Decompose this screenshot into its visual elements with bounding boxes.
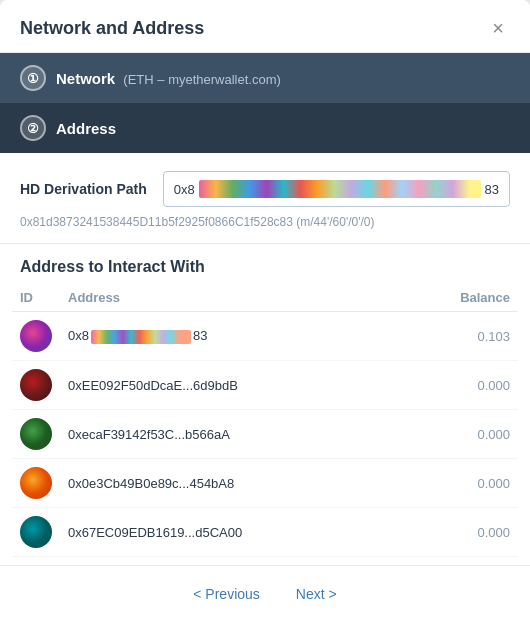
address-table-wrap: ID Address Balance: [0, 284, 530, 557]
addr-prefix: 0x883: [68, 328, 207, 344]
row-address-cell: 0xEE092F50dDcaE...6d9bdB: [60, 361, 400, 410]
table-row[interactable]: 0x883 0.103: [12, 312, 518, 361]
network-section-bar: ① Network (ETH – myetherwallet.com): [0, 53, 530, 103]
table-row[interactable]: 0xecaF39142f53C...b566aA 0.000: [12, 410, 518, 459]
hd-input-wrap[interactable]: 0x8 83: [163, 171, 510, 207]
col-header-address: Address: [60, 284, 400, 312]
avatar-inner: [20, 516, 52, 548]
address-section-number: ②: [20, 115, 46, 141]
hd-input[interactable]: 0x8 83: [163, 171, 510, 207]
avatar: [20, 369, 52, 401]
row-balance-cell: 0.000: [400, 410, 518, 459]
hd-path-row: HD Derivation Path 0x8 83: [0, 153, 530, 211]
network-section-number: ①: [20, 65, 46, 91]
table-header-row: ID Address Balance: [12, 284, 518, 312]
row-balance-cell: 0.000: [400, 508, 518, 557]
row-address-cell: 0x67EC09EDB1619...d5CA00: [60, 508, 400, 557]
address-section-bar: ② Address: [0, 103, 530, 153]
row-balance-cell: 0.103: [400, 312, 518, 361]
addr-text: 0xEE092F50dDcaE...6d9bdB: [68, 378, 238, 393]
network-label-text: Network: [56, 70, 115, 87]
row-id-cell: [12, 459, 60, 508]
col-header-id: ID: [12, 284, 60, 312]
avatar: [20, 467, 52, 499]
row-id-cell: [12, 312, 60, 361]
row-id-cell: [12, 508, 60, 557]
row-balance-cell: 0.000: [400, 459, 518, 508]
avatar: [20, 320, 52, 352]
addr-text: 0x67EC09EDB1619...d5CA00: [68, 525, 242, 540]
hd-input-prefix: 0x8: [174, 182, 195, 197]
previous-button[interactable]: < Previous: [179, 580, 274, 608]
avatar: [20, 516, 52, 548]
network-label-sub: (ETH – myetherwallet.com): [123, 72, 280, 87]
avatar-inner: [20, 369, 52, 401]
table-row[interactable]: 0x67EC09EDB1619...d5CA00 0.000: [12, 508, 518, 557]
close-button[interactable]: ×: [486, 16, 510, 40]
address-table: ID Address Balance: [12, 284, 518, 557]
row-id-cell: [12, 361, 60, 410]
col-header-balance: Balance: [400, 284, 518, 312]
avatar: [20, 418, 52, 450]
row-address-cell: 0x883: [60, 312, 400, 361]
modal-container: Network and Address × ① Network (ETH – m…: [0, 0, 530, 618]
hd-path-full-value: 0x81d3873241538445D11b5f2925f0866C1f528c…: [0, 211, 530, 239]
avatar-inner: [20, 418, 52, 450]
address-section-label: Address: [56, 120, 116, 137]
addr-text: 0x0e3Cb49B0e89c...454bA8: [68, 476, 234, 491]
network-section-label: Network (ETH – myetherwallet.com): [56, 70, 281, 87]
address-interact-title: Address to Interact With: [0, 244, 530, 284]
row-balance-cell: 0.000: [400, 361, 518, 410]
addr-pixelated: [91, 330, 191, 344]
table-row[interactable]: 0xEE092F50dDcaE...6d9bdB 0.000: [12, 361, 518, 410]
row-address-cell: 0x0e3Cb49B0e89c...454bA8: [60, 459, 400, 508]
avatar-inner: [20, 467, 52, 499]
hd-pixelated-value: [199, 180, 481, 198]
row-address-cell: 0xecaF39142f53C...b566aA: [60, 410, 400, 459]
avatar-inner: [20, 320, 52, 352]
row-id-cell: [12, 410, 60, 459]
addr-cell: 0x883: [68, 328, 392, 344]
table-row[interactable]: 0x0e3Cb49B0e89c...454bA8 0.000: [12, 459, 518, 508]
modal-title: Network and Address: [20, 18, 204, 39]
next-button[interactable]: Next >: [282, 580, 351, 608]
modal-header: Network and Address ×: [0, 0, 530, 53]
hd-input-suffix: 83: [485, 182, 499, 197]
addr-text: 0xecaF39142f53C...b566aA: [68, 427, 230, 442]
hd-path-label: HD Derivation Path: [20, 180, 147, 198]
pagination: < Previous Next >: [0, 565, 530, 618]
modal-body: ① Network (ETH – myetherwallet.com) ② Ad…: [0, 53, 530, 618]
